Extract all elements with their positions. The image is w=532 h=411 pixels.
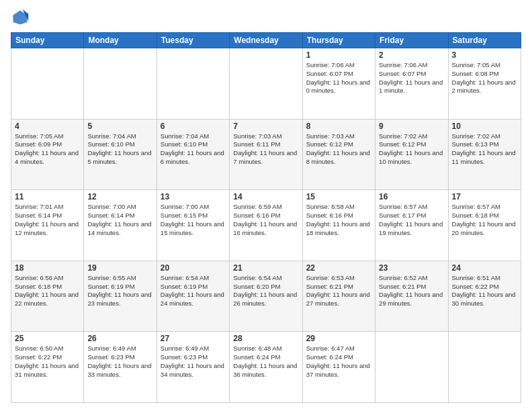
day-info: Sunrise: 6:57 AM Sunset: 6:17 PM Dayligh…	[379, 203, 444, 237]
week-row-3: 18Sunrise: 6:56 AM Sunset: 6:18 PM Dayli…	[11, 261, 521, 332]
day-cell: 4Sunrise: 7:05 AM Sunset: 6:09 PM Daylig…	[11, 119, 84, 190]
day-info: Sunrise: 6:54 AM Sunset: 6:20 PM Dayligh…	[233, 274, 298, 308]
day-number: 17	[452, 192, 517, 201]
day-number: 3	[452, 50, 517, 60]
day-info: Sunrise: 6:49 AM Sunset: 6:23 PM Dayligh…	[87, 345, 152, 379]
day-cell: 8Sunrise: 7:03 AM Sunset: 6:12 PM Daylig…	[302, 119, 375, 190]
day-info: Sunrise: 7:03 AM Sunset: 6:11 PM Dayligh…	[233, 132, 298, 167]
day-number: 14	[233, 192, 298, 201]
day-number: 29	[306, 334, 371, 343]
day-info: Sunrise: 7:05 AM Sunset: 6:09 PM Dayligh…	[15, 132, 80, 167]
day-cell: 1Sunrise: 7:06 AM Sunset: 6:07 PM Daylig…	[302, 48, 375, 120]
day-info: Sunrise: 6:57 AM Sunset: 6:18 PM Dayligh…	[452, 203, 517, 237]
day-number: 19	[87, 263, 152, 273]
day-cell	[157, 48, 229, 120]
day-number: 24	[452, 263, 517, 273]
day-cell: 15Sunrise: 6:58 AM Sunset: 6:16 PM Dayli…	[302, 190, 375, 261]
day-cell: 20Sunrise: 6:54 AM Sunset: 6:19 PM Dayli…	[157, 261, 229, 332]
day-cell: 21Sunrise: 6:54 AM Sunset: 6:20 PM Dayli…	[230, 261, 302, 332]
day-info: Sunrise: 7:02 AM Sunset: 6:13 PM Dayligh…	[452, 132, 517, 167]
day-number: 11	[15, 192, 80, 201]
day-info: Sunrise: 6:56 AM Sunset: 6:18 PM Dayligh…	[15, 274, 80, 308]
day-cell: 22Sunrise: 6:53 AM Sunset: 6:21 PM Dayli…	[302, 261, 375, 332]
day-number: 7	[233, 122, 298, 131]
day-number: 12	[87, 192, 152, 201]
day-number: 8	[306, 122, 371, 131]
day-cell: 11Sunrise: 7:01 AM Sunset: 6:14 PM Dayli…	[11, 190, 84, 261]
day-number: 26	[87, 334, 152, 343]
day-cell: 12Sunrise: 7:00 AM Sunset: 6:14 PM Dayli…	[84, 190, 157, 261]
day-cell: 16Sunrise: 6:57 AM Sunset: 6:17 PM Dayli…	[375, 190, 448, 261]
day-info: Sunrise: 6:54 AM Sunset: 6:19 PM Dayligh…	[161, 274, 226, 308]
day-info: Sunrise: 7:06 AM Sunset: 6:07 PM Dayligh…	[379, 61, 444, 95]
day-info: Sunrise: 6:58 AM Sunset: 6:16 PM Dayligh…	[306, 203, 371, 237]
day-info: Sunrise: 6:59 AM Sunset: 6:16 PM Dayligh…	[233, 203, 298, 237]
col-header-friday: Friday	[375, 33, 448, 48]
day-cell: 17Sunrise: 6:57 AM Sunset: 6:18 PM Dayli…	[448, 190, 521, 261]
logo	[11, 8, 32, 27]
week-row-2: 11Sunrise: 7:01 AM Sunset: 6:14 PM Dayli…	[11, 190, 521, 261]
col-header-monday: Monday	[84, 33, 157, 48]
day-info: Sunrise: 7:06 AM Sunset: 6:07 PM Dayligh…	[306, 61, 371, 95]
day-number: 28	[233, 334, 298, 343]
day-number: 10	[452, 122, 517, 131]
day-info: Sunrise: 7:00 AM Sunset: 6:15 PM Dayligh…	[161, 203, 226, 237]
day-cell: 24Sunrise: 6:51 AM Sunset: 6:22 PM Dayli…	[448, 261, 521, 332]
day-number: 9	[379, 122, 444, 131]
day-info: Sunrise: 7:02 AM Sunset: 6:12 PM Dayligh…	[379, 132, 444, 167]
day-info: Sunrise: 6:47 AM Sunset: 6:24 PM Dayligh…	[306, 345, 371, 379]
day-cell: 19Sunrise: 6:55 AM Sunset: 6:19 PM Dayli…	[84, 261, 157, 332]
day-number: 25	[15, 334, 80, 343]
calendar-table: SundayMondayTuesdayWednesdayThursdayFrid…	[11, 32, 521, 403]
day-cell	[448, 332, 521, 403]
day-cell: 5Sunrise: 7:04 AM Sunset: 6:10 PM Daylig…	[84, 119, 157, 190]
day-number: 5	[87, 122, 152, 131]
day-number: 23	[379, 263, 444, 273]
day-number: 2	[379, 50, 444, 60]
day-number: 6	[161, 122, 226, 131]
week-row-0: 1Sunrise: 7:06 AM Sunset: 6:07 PM Daylig…	[11, 48, 521, 120]
col-header-tuesday: Tuesday	[157, 33, 229, 48]
day-info: Sunrise: 6:48 AM Sunset: 6:24 PM Dayligh…	[233, 345, 298, 379]
day-cell: 6Sunrise: 7:04 AM Sunset: 6:10 PM Daylig…	[157, 119, 229, 190]
day-cell	[11, 48, 84, 120]
day-cell	[84, 48, 157, 120]
day-number: 16	[379, 192, 444, 201]
day-info: Sunrise: 7:00 AM Sunset: 6:14 PM Dayligh…	[87, 203, 152, 237]
day-cell: 18Sunrise: 6:56 AM Sunset: 6:18 PM Dayli…	[11, 261, 84, 332]
day-cell: 23Sunrise: 6:52 AM Sunset: 6:21 PM Dayli…	[375, 261, 448, 332]
day-cell: 3Sunrise: 7:05 AM Sunset: 6:08 PM Daylig…	[448, 48, 521, 120]
day-info: Sunrise: 7:05 AM Sunset: 6:08 PM Dayligh…	[452, 61, 517, 95]
day-info: Sunrise: 6:53 AM Sunset: 6:21 PM Dayligh…	[306, 274, 371, 308]
day-cell: 26Sunrise: 6:49 AM Sunset: 6:23 PM Dayli…	[84, 332, 157, 403]
day-cell: 25Sunrise: 6:50 AM Sunset: 6:22 PM Dayli…	[11, 332, 84, 403]
day-cell	[230, 48, 302, 120]
day-cell: 14Sunrise: 6:59 AM Sunset: 6:16 PM Dayli…	[230, 190, 302, 261]
header-row: SundayMondayTuesdayWednesdayThursdayFrid…	[11, 33, 521, 48]
day-cell: 9Sunrise: 7:02 AM Sunset: 6:12 PM Daylig…	[375, 119, 448, 190]
col-header-wednesday: Wednesday	[230, 33, 302, 48]
day-info: Sunrise: 6:52 AM Sunset: 6:21 PM Dayligh…	[379, 274, 444, 308]
day-info: Sunrise: 6:55 AM Sunset: 6:19 PM Dayligh…	[87, 274, 152, 308]
page: SundayMondayTuesdayWednesdayThursdayFrid…	[0, 0, 532, 411]
day-number: 18	[15, 263, 80, 273]
day-info: Sunrise: 6:50 AM Sunset: 6:22 PM Dayligh…	[15, 345, 80, 379]
day-cell	[375, 332, 448, 403]
day-info: Sunrise: 6:51 AM Sunset: 6:22 PM Dayligh…	[452, 274, 517, 308]
col-header-thursday: Thursday	[302, 33, 375, 48]
day-number: 1	[306, 50, 371, 60]
day-info: Sunrise: 7:03 AM Sunset: 6:12 PM Dayligh…	[306, 132, 371, 167]
col-header-sunday: Sunday	[11, 33, 84, 48]
day-info: Sunrise: 7:04 AM Sunset: 6:10 PM Dayligh…	[87, 132, 152, 167]
day-info: Sunrise: 7:01 AM Sunset: 6:14 PM Dayligh…	[15, 203, 80, 237]
day-cell: 10Sunrise: 7:02 AM Sunset: 6:13 PM Dayli…	[448, 119, 521, 190]
day-number: 15	[306, 192, 371, 201]
day-cell: 7Sunrise: 7:03 AM Sunset: 6:11 PM Daylig…	[230, 119, 302, 190]
header	[11, 8, 521, 27]
day-number: 13	[161, 192, 226, 201]
day-number: 20	[161, 263, 226, 273]
week-row-1: 4Sunrise: 7:05 AM Sunset: 6:09 PM Daylig…	[11, 119, 521, 190]
col-header-saturday: Saturday	[448, 33, 521, 48]
day-cell: 29Sunrise: 6:47 AM Sunset: 6:24 PM Dayli…	[302, 332, 375, 403]
day-cell: 13Sunrise: 7:00 AM Sunset: 6:15 PM Dayli…	[157, 190, 229, 261]
